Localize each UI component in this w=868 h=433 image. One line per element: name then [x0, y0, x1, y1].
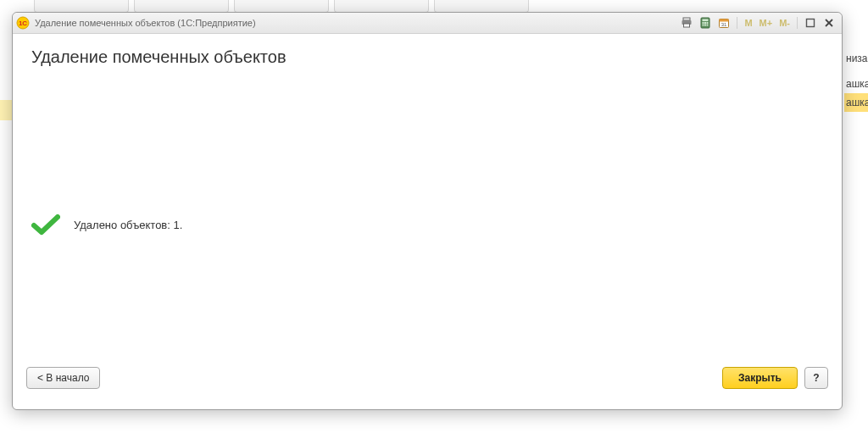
page-title: Удаление помеченных объектов [31, 47, 823, 67]
memory-mplus-button[interactable]: M+ [758, 18, 775, 28]
background-tabs [0, 0, 868, 12]
titlebar-divider [737, 17, 737, 29]
dialog-content: Удаление помеченных объектов Удалено объ… [13, 34, 842, 358]
maximize-icon[interactable] [803, 16, 818, 30]
background-right-column: низа ашка ашка [844, 49, 868, 112]
help-button[interactable]: ? [804, 367, 828, 389]
checkmark-icon [31, 214, 60, 236]
svg-text:1C: 1C [19, 19, 27, 27]
bg-row: низа [844, 49, 868, 68]
dialog-footer: < В начало Закрыть ? [13, 358, 842, 409]
memory-m-button[interactable]: M [743, 18, 754, 28]
svg-text:31: 31 [721, 22, 727, 27]
svg-rect-8 [704, 22, 706, 24]
print-icon[interactable] [679, 16, 694, 30]
bg-tab [34, 0, 129, 13]
calculator-icon[interactable] [698, 16, 713, 30]
bg-tab [134, 0, 229, 13]
calendar-icon[interactable]: 31 [716, 16, 732, 30]
result-row: Удалено объектов: 1. [31, 214, 182, 236]
svg-rect-7 [703, 22, 704, 24]
close-button[interactable]: Закрыть [722, 367, 798, 389]
titlebar: 1C Удаление помеченных объектов (1С:Пред… [13, 13, 842, 34]
bg-row: ашка [844, 75, 868, 93]
app-logo-icon: 1C [16, 16, 30, 30]
svg-rect-9 [707, 22, 709, 24]
titlebar-icons: 31 M M+ M- [679, 16, 837, 30]
back-button[interactable]: < В начало [26, 367, 100, 389]
bg-tab [334, 0, 429, 13]
svg-rect-4 [684, 24, 690, 27]
close-icon[interactable] [821, 16, 837, 30]
window-title: Удаление помеченных объектов (1С:Предпри… [35, 18, 256, 28]
svg-rect-11 [704, 25, 706, 26]
dialog-window: 1C Удаление помеченных объектов (1С:Пред… [12, 12, 843, 410]
titlebar-divider [797, 17, 798, 29]
svg-rect-2 [683, 18, 690, 20]
bg-tab [434, 0, 529, 13]
bg-row: ашка [844, 93, 868, 112]
memory-mminus-button[interactable]: M- [777, 18, 792, 28]
svg-rect-6 [703, 19, 709, 22]
svg-rect-16 [807, 19, 815, 27]
svg-rect-10 [703, 25, 704, 26]
result-message: Удалено объектов: 1. [74, 219, 182, 231]
bg-tab [234, 0, 329, 13]
svg-rect-12 [707, 25, 709, 26]
bg-highlight-strip [0, 100, 12, 120]
